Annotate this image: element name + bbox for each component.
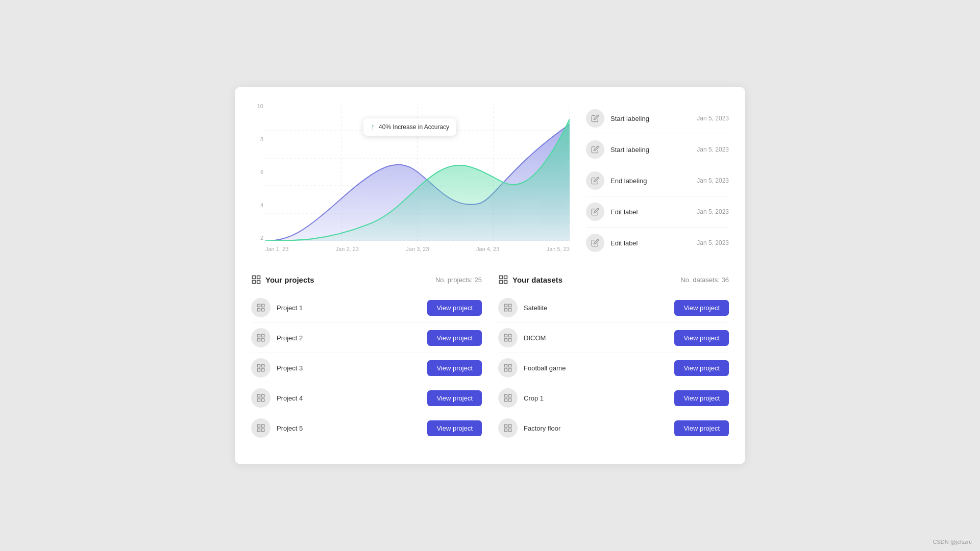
activity-label-2: End labeling: [610, 177, 691, 185]
dataset-grid-icon-2: [503, 363, 512, 372]
y-label-2: 2: [260, 235, 263, 241]
svg-rect-25: [257, 394, 260, 397]
y-label-10: 10: [257, 103, 263, 109]
svg-rect-49: [504, 394, 507, 397]
svg-rect-55: [509, 429, 511, 432]
svg-rect-23: [262, 369, 264, 371]
svg-rect-18: [262, 334, 264, 337]
svg-rect-39: [509, 309, 511, 311]
svg-rect-29: [257, 424, 260, 427]
project-grid-icon-3: [256, 393, 265, 403]
edit-icon-3: [591, 208, 599, 216]
project-row-0: Project 1 View project: [251, 293, 482, 323]
svg-rect-44: [504, 339, 507, 341]
view-dataset-button-3[interactable]: View project: [674, 390, 729, 406]
svg-rect-12: [253, 281, 256, 284]
svg-rect-42: [509, 334, 511, 337]
datasets-count: No. datasets: 36: [680, 276, 729, 284]
svg-rect-33: [500, 276, 503, 279]
y-label-8: 8: [260, 136, 263, 142]
view-project-button-2[interactable]: View project: [427, 360, 482, 376]
dataset-grid-icon-4: [503, 423, 512, 433]
svg-rect-30: [262, 424, 264, 427]
view-project-button-1[interactable]: View project: [427, 330, 482, 346]
project-row-4: Project 5 View project: [251, 413, 482, 443]
activity-item-4: Edit label Jan 5, 2023: [586, 228, 729, 258]
datasets-header: Your datasets No. datasets: 36: [498, 274, 729, 285]
dataset-icon-3: [498, 388, 518, 408]
datasets-panel-icon: [498, 274, 508, 285]
main-card: 2 4 6 8 10: [235, 87, 745, 464]
project-grid-icon-1: [256, 333, 265, 342]
chart-area: 2 4 6 8 10: [251, 103, 570, 258]
activity-icon-2: [586, 171, 604, 190]
svg-rect-14: [262, 304, 264, 307]
dataset-icon-0: [498, 298, 518, 317]
view-dataset-button-1[interactable]: View project: [674, 330, 729, 346]
dataset-icon-1: [498, 328, 518, 347]
svg-rect-36: [500, 281, 503, 284]
chart-x-axis: Jan 1, 23 Jan 2, 23 Jan 3, 23 Jan 4, 23 …: [265, 242, 570, 256]
dataset-name-2: Football game: [524, 364, 668, 372]
activity-label-1: Start labeling: [610, 146, 691, 154]
activity-item-1: Start labeling Jan 5, 2023: [586, 134, 729, 165]
view-dataset-button-4[interactable]: View project: [674, 420, 729, 436]
tooltip-arrow-icon: ↑: [371, 122, 375, 132]
project-name-2: Project 3: [277, 364, 421, 372]
svg-rect-20: [257, 339, 260, 341]
chart-y-axis: 2 4 6 8 10: [251, 103, 265, 241]
svg-rect-34: [504, 276, 507, 279]
activity-date-4: Jan 5, 2023: [697, 239, 729, 246]
project-icon-3: [251, 388, 271, 408]
activity-list: Start labeling Jan 5, 2023 Start labelin…: [586, 103, 729, 258]
watermark: CSDN @jcfszrc: [933, 539, 972, 545]
top-section: 2 4 6 8 10: [251, 103, 729, 258]
project-row-3: Project 4 View project: [251, 383, 482, 413]
project-icon-2: [251, 358, 271, 378]
svg-rect-10: [257, 276, 260, 279]
dataset-name-0: Satellite: [524, 304, 668, 312]
dataset-row-0: Satellite View project: [498, 293, 729, 323]
edit-icon-1: [591, 145, 599, 154]
svg-rect-54: [509, 424, 511, 427]
dataset-row-3: Crop 1 View project: [498, 383, 729, 413]
svg-rect-11: [257, 281, 260, 284]
dataset-row-2: Football game View project: [498, 353, 729, 383]
view-project-button-3[interactable]: View project: [427, 390, 482, 406]
svg-rect-17: [257, 334, 260, 337]
svg-rect-38: [509, 304, 511, 307]
dataset-grid-icon-3: [503, 393, 512, 403]
edit-icon-4: [591, 239, 599, 247]
view-project-button-0[interactable]: View project: [427, 300, 482, 316]
svg-rect-19: [262, 339, 264, 341]
projects-header: Your projects No. projects: 25: [251, 274, 482, 285]
tooltip-text: 40% Increase in Accuracy: [379, 123, 449, 131]
view-dataset-button-2[interactable]: View project: [674, 360, 729, 376]
projects-panel-icon: [251, 274, 261, 285]
project-grid-icon-2: [256, 363, 265, 372]
activity-icon-0: [586, 109, 604, 128]
svg-rect-46: [509, 364, 511, 367]
activity-item-0: Start labeling Jan 5, 2023: [586, 103, 729, 134]
svg-rect-26: [262, 394, 264, 397]
edit-icon-0: [591, 114, 599, 122]
svg-rect-32: [257, 429, 260, 432]
svg-rect-37: [504, 304, 507, 307]
activity-date-1: Jan 5, 2023: [697, 146, 729, 153]
project-icon-4: [251, 418, 271, 438]
view-project-button-4[interactable]: View project: [427, 420, 482, 436]
svg-rect-43: [509, 339, 511, 341]
svg-rect-9: [253, 276, 256, 279]
project-row-1: Project 2 View project: [251, 323, 482, 353]
svg-rect-45: [504, 364, 507, 367]
view-dataset-button-0[interactable]: View project: [674, 300, 729, 316]
projects-title-group: Your projects: [251, 274, 314, 285]
project-name-3: Project 4: [277, 394, 421, 402]
dataset-grid-icon-0: [503, 303, 512, 312]
project-row-2: Project 3 View project: [251, 353, 482, 383]
datasets-panel: Your datasets No. datasets: 36 Satellite…: [498, 274, 729, 443]
x-label-2: Jan 3, 23: [406, 246, 429, 252]
chart-tooltip: ↑ 40% Increase in Accuracy: [363, 118, 456, 136]
svg-rect-15: [262, 309, 264, 311]
projects-count: No. projects: 25: [435, 276, 482, 284]
